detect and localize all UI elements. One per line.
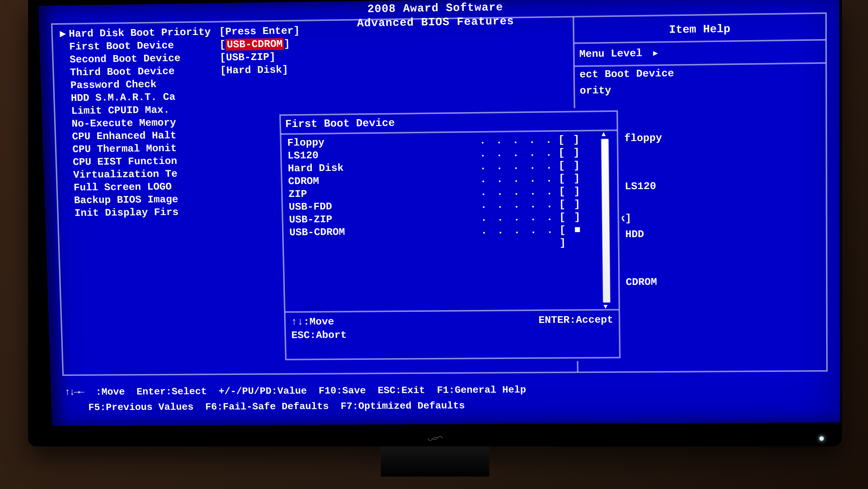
pointer-icon — [62, 194, 74, 207]
option-checkbox: [ ■ ] — [559, 223, 584, 249]
option-checkbox: [ ] — [559, 210, 583, 224]
option-checkbox: [ ] — [558, 159, 583, 172]
option-label: Hard Disk — [288, 161, 391, 175]
hint-abort: ESC:Abort — [291, 329, 347, 342]
pointer-icon — [62, 207, 74, 220]
footer-hint: F6:Fail-Safe Defaults — [205, 399, 329, 415]
monitor: 2008 Award Software Advanced BIOS Featur… — [28, 0, 842, 447]
footer-hint: ESC:Exit — [377, 383, 425, 399]
setting-label: Hard Disk Boot Priority — [68, 26, 219, 40]
monitor-logo: ◡▱◠ — [428, 434, 443, 442]
bios-screen: 2008 Award Software Advanced BIOS Featur… — [38, 0, 840, 426]
option-label: USB-CDROM — [289, 225, 393, 252]
option-label: ZIP — [288, 187, 392, 201]
option-label: LS120 — [287, 148, 391, 162]
option-dots: . . . . . — [392, 198, 559, 212]
option-dots: . . . . . — [392, 211, 559, 225]
pointer-icon — [61, 156, 73, 169]
pointer-icon — [59, 79, 71, 92]
hint-accept: ENTER:Accept — [538, 313, 613, 340]
setting-label: CPU EIST Function — [73, 154, 223, 169]
option-checkbox: [ ] — [559, 185, 583, 198]
popup-option[interactable]: USB-CDROM. . . . .[ ■ ] — [289, 223, 614, 252]
popup-option-list[interactable]: Floppy. . . . .[ ]LS120. . . . .[ ]Hard … — [281, 131, 619, 311]
setting-label: Third Boot Device — [70, 64, 220, 79]
setting-label: Limit CPUID Max. — [71, 103, 221, 118]
pointer-icon — [60, 143, 73, 156]
boot-device-popup: First Boot Device Floppy. . . . .[ ]LS12… — [277, 108, 623, 363]
pointer-icon — [62, 181, 74, 194]
chevron-right-icon — [649, 47, 658, 59]
option-dots: . . . . . — [392, 185, 559, 199]
pointer-icon: ▶ — [57, 28, 69, 40]
footer-hint: F10:Save — [318, 383, 366, 399]
option-label: USB-FDD — [288, 200, 392, 213]
power-led-icon — [819, 436, 824, 441]
setting-label: CPU Enhanced Halt — [72, 129, 222, 143]
pointer-icon — [61, 169, 73, 181]
pointer-icon — [58, 66, 70, 79]
pointer-icon — [58, 53, 70, 66]
option-dots: . . . . . — [392, 224, 560, 251]
setting-label: Password Check — [70, 77, 221, 92]
help-line: ect Boot Device — [580, 64, 821, 83]
footer-hint: Enter:Select — [136, 384, 207, 400]
pointer-icon — [57, 40, 69, 54]
footer-hint: F7:Optimized Defaults — [340, 398, 465, 414]
setting-label: First Boot Device — [69, 38, 220, 53]
footer-hint: F1:General Help — [437, 382, 526, 398]
option-label: CDROM — [288, 174, 392, 188]
hint-move: ↑↓:Move — [291, 315, 347, 328]
option-checkbox: [ ] — [558, 133, 583, 146]
option-label: Floppy — [287, 135, 391, 149]
help-line: ority — [580, 80, 821, 99]
setting-label: Full Screen LOGO — [73, 180, 223, 194]
nav-arrows-icon — [64, 384, 84, 400]
item-help-title: Item Help — [579, 17, 821, 42]
option-checkbox: [ ] — [559, 172, 583, 185]
option-checkbox: [ ] — [558, 146, 583, 160]
footer-hint: F5:Previous Values — [88, 400, 194, 415]
popup-footer: ↑↓:Move ESC:Abort ENTER:Accept — [285, 310, 619, 342]
pointer-icon — [60, 130, 72, 143]
setting-label: Virtualization Te — [73, 167, 223, 181]
pointer-icon — [59, 105, 71, 118]
option-dots: . . . . . — [391, 172, 559, 187]
pointer-icon — [60, 118, 72, 131]
setting-label: Second Boot Device — [69, 51, 220, 66]
option-label: USB-ZIP — [289, 212, 392, 226]
setting-label: CPU Thermal Monit — [72, 142, 222, 156]
setting-label: Backup BIOS Image — [74, 193, 224, 207]
pointer-icon — [59, 92, 71, 105]
option-dots: . . . . . — [391, 159, 559, 174]
option-checkbox: [ ] — [559, 198, 583, 211]
footer-hint: :Move — [95, 384, 125, 400]
option-dots: . . . . . — [391, 146, 559, 161]
menu-level: Menu Level — [579, 40, 821, 65]
setting-label: No-Execute Memory — [71, 116, 222, 130]
footer-hint: +/-/PU/PD:Value — [218, 383, 307, 399]
bios-footer: :MoveEnter:Select+/-/PU/PD:ValueF10:Save… — [64, 380, 826, 415]
setting-label: HDD S.M.A.R.T. Ca — [71, 90, 221, 105]
setting-label: Init Display Firs — [74, 205, 224, 220]
option-dots: . . . . . — [391, 134, 558, 148]
